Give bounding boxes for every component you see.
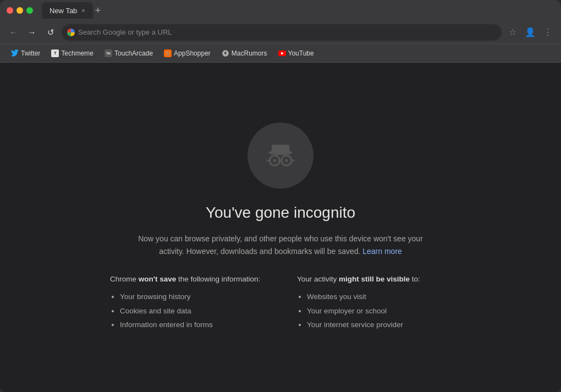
list-item-isp: Your internet service provider <box>307 318 451 332</box>
chrome-label: Chrome <box>110 275 136 283</box>
reload-button[interactable]: ↺ <box>43 25 58 40</box>
new-tab-button[interactable]: + <box>95 5 101 15</box>
techmeme-icon: T <box>51 49 59 57</box>
chrome-wont-save-title: Chrome won't save the following informat… <box>110 275 264 283</box>
list-item-cookies: Cookies and site data <box>120 304 264 318</box>
wont-save-rest: the following information: <box>178 275 260 283</box>
maximize-button[interactable] <box>26 7 33 14</box>
title-bar: New Tab × + <box>0 0 561 21</box>
learn-more-link[interactable]: Learn more <box>362 247 402 256</box>
back-button[interactable]: ← <box>6 25 21 40</box>
wont-save-label: won't save <box>139 275 176 283</box>
tab-bar: New Tab × + <box>42 2 554 19</box>
bookmark-macrumors[interactable]: MacRumors <box>217 47 272 59</box>
macrumors-icon <box>222 49 229 57</box>
might-still-be-visible-label: might still be visible <box>339 275 410 283</box>
minimize-button[interactable] <box>16 7 23 14</box>
your-activity-label: Your activity <box>297 275 337 283</box>
bookmark-macrumors-label: MacRumors <box>232 49 267 57</box>
bookmark-appshopper-label: AppShopper <box>174 49 211 57</box>
list-item-websites: Websites you visit <box>307 290 451 304</box>
incognito-description: Now you can browse privately, and other … <box>132 233 429 257</box>
visible-to-label: to: <box>412 275 420 283</box>
bookmark-appshopper[interactable]: 🛒 AppShopper <box>160 47 215 59</box>
might-be-visible-list: Websites you visit Your employer or scho… <box>297 290 451 332</box>
svg-rect-3 <box>272 145 289 153</box>
address-text: Search Google or type a URL <box>78 28 172 36</box>
list-item-browsing-history: Your browsing history <box>120 290 264 304</box>
chrome-wont-save-col: Chrome won't save the following informat… <box>110 275 264 332</box>
tab-label: New Tab <box>50 7 77 15</box>
might-be-visible-col: Your activity might still be visible to:… <box>297 275 451 332</box>
svg-point-9 <box>273 159 276 162</box>
twitter-icon <box>11 49 19 57</box>
menu-button[interactable]: ⋮ <box>540 25 556 40</box>
forward-button[interactable]: → <box>24 25 40 40</box>
traffic-lights <box>7 7 33 14</box>
bookmark-techmeme[interactable]: T Techmeme <box>47 47 98 59</box>
bookmark-twitter-label: Twitter <box>21 49 40 57</box>
info-columns: Chrome won't save the following informat… <box>110 275 451 332</box>
google-icon <box>67 29 75 36</box>
bookmarks-bar: Twitter T Techmeme ta TouchArcade 🛒 AppS… <box>0 44 561 63</box>
toucharcade-icon: ta <box>105 49 112 57</box>
main-content: You've gone incognito Now you can browse… <box>0 63 561 392</box>
nav-actions: ☆ 👤 ⋮ <box>505 25 556 40</box>
incognito-title: You've gone incognito <box>206 204 355 222</box>
bookmark-toucharcade-label: TouchArcade <box>114 49 153 57</box>
bookmark-toucharcade[interactable]: ta TouchArcade <box>100 47 157 59</box>
address-bar[interactable]: Search Google or type a URL <box>62 24 502 41</box>
incognito-avatar <box>248 123 314 189</box>
nav-bar: ← → ↺ Search Google or type a URL ☆ 👤 ⋮ <box>0 21 561 44</box>
bookmark-button[interactable]: ☆ <box>505 25 520 40</box>
incognito-illustration <box>261 136 300 175</box>
bookmark-twitter[interactable]: Twitter <box>7 47 45 59</box>
chrome-wont-save-list: Your browsing history Cookies and site d… <box>110 290 264 332</box>
close-button[interactable] <box>7 7 13 14</box>
bookmark-techmeme-label: Techmeme <box>61 49 94 57</box>
svg-point-10 <box>285 159 288 162</box>
might-be-visible-title: Your activity might still be visible to: <box>297 275 451 283</box>
list-item-forms: Information entered in forms <box>120 318 264 332</box>
profile-button[interactable]: 👤 <box>522 25 538 40</box>
appshopper-icon: 🛒 <box>164 49 172 57</box>
bookmark-youtube-label: YouTube <box>288 49 314 57</box>
active-tab[interactable]: New Tab × <box>42 2 93 19</box>
bookmark-youtube[interactable]: YouTube <box>274 47 318 59</box>
tab-close-icon[interactable]: × <box>81 7 85 14</box>
youtube-icon <box>278 49 286 57</box>
list-item-employer: Your employer or school <box>307 304 451 318</box>
